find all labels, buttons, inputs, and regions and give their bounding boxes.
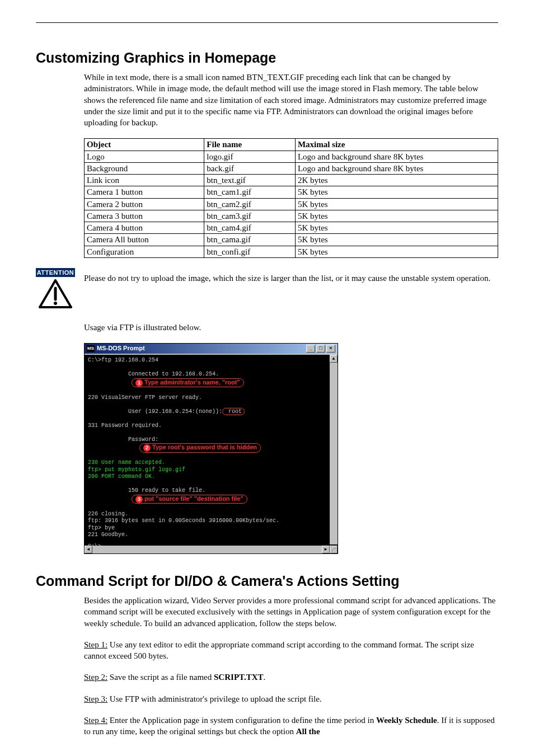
step-label: Step 3: [84, 694, 107, 703]
cell-file: btn_cam1.gif [204, 186, 296, 198]
file-size-table: Object File name Maximal size Logo logo.… [84, 138, 498, 258]
cell-file: btn_confi.gif [204, 246, 296, 257]
cell-max: 5K bytes [295, 198, 498, 210]
cell-max: 5K bytes [295, 246, 498, 257]
th-file: File name [204, 139, 296, 151]
th-object: Object [85, 139, 204, 151]
cell-object: Camera 4 button [85, 222, 204, 234]
attention-label: ATTENTION [36, 268, 75, 277]
step-1: Step 1: Use any text editor to edit the … [84, 639, 498, 662]
script-filename: SCRIPT.TXT [214, 673, 264, 682]
dos-line: 200 PORT command OK. [88, 473, 334, 481]
cell-file: back.gif [204, 162, 296, 174]
cell-max: 2K bytes [295, 175, 498, 186]
dos-system-icon: MS [87, 345, 95, 352]
heading-customizing-graphics: Customizing Graphics in Homepage [36, 50, 498, 66]
svg-point-2 [54, 302, 57, 305]
table-row: Camera All button btn_cama.gif 5K bytes [85, 234, 498, 246]
cell-object: Camera 3 button [85, 210, 204, 222]
annotation-number-icon: 2 [143, 444, 151, 452]
cell-object: Logo [85, 151, 204, 162]
dos-titlebar: MS MS-DOS Prompt _ □ × [85, 344, 338, 354]
heading-command-script: Command Script for DI/DO & Camera's Acti… [36, 573, 498, 589]
cell-object: Background [85, 162, 204, 174]
table-row: Logo logo.gif Logo and background share … [85, 151, 498, 162]
step-label: Step 1: [84, 640, 107, 649]
dos-line: ftp> bye [88, 525, 334, 532]
scroll-right-icon[interactable]: ► [322, 546, 330, 553]
usage-paragraph: Usage via FTP is illustrated below. [84, 322, 498, 333]
step-label: Step 4: [84, 716, 107, 725]
step-3: Step 3: Use FTP with administrator's pri… [84, 693, 498, 705]
dos-line: 150 ready to take file. 3put "source fil… [88, 481, 334, 511]
dos-line: 221 Goodbye. [88, 532, 334, 539]
resize-grip-icon[interactable]: ⋰ [330, 546, 338, 553]
annotation-text: Type root's password that is hidden [152, 444, 257, 450]
cell-max: 5K bytes [295, 234, 498, 246]
all-the-bold: All the [296, 727, 320, 736]
scroll-left-icon[interactable]: ◄ [85, 546, 92, 553]
cell-object: Configuration [85, 246, 204, 257]
dos-terminal-body: C:\>ftp 192.168.0.254 Connected to 192.1… [85, 354, 338, 553]
cell-max: 5K bytes [295, 210, 498, 222]
vertical-scrollbar[interactable]: ▲ [330, 355, 338, 544]
table-row: Camera 2 button btn_cam2.gif 5K bytes [85, 198, 498, 210]
header-rule [36, 22, 498, 23]
intro-paragraph: While in text mode, there is a small ico… [84, 72, 498, 128]
dos-line: User (192.168.0.254:(none)): root [88, 401, 334, 422]
cell-file: logo.gif [204, 151, 296, 162]
cell-file: btn_text.gif [204, 175, 296, 186]
table-row: Background back.gif Logo and background … [85, 162, 498, 174]
cell-file: btn_cama.gif [204, 234, 296, 246]
maximize-button[interactable]: □ [316, 345, 325, 353]
cell-max: 5K bytes [295, 222, 498, 234]
dos-line: 220 VisualServer FTP server ready. [88, 395, 334, 402]
cell-max: Logo and background share 8K bytes [295, 162, 498, 174]
cell-file: btn_cam2.gif [204, 198, 296, 210]
step-2: Step 2: Save the script as a file named … [84, 672, 498, 683]
table-row: Configuration btn_confi.gif 5K bytes [85, 246, 498, 257]
table-row: Camera 1 button btn_cam1.gif 5K bytes [85, 186, 498, 198]
cell-object: Camera 1 button [85, 186, 204, 198]
cell-max: 5K bytes [295, 186, 498, 198]
dos-line: Connected to 192.168.0.254. 1Type admini… [88, 364, 334, 395]
msdos-screenshot: MS MS-DOS Prompt _ □ × C:\>ftp 192.168.0… [84, 343, 498, 554]
annotation-number-icon: 1 [135, 379, 143, 387]
minimize-button[interactable]: _ [306, 345, 315, 353]
table-row: Camera 4 button btn_cam4.gif 5K bytes [85, 222, 498, 234]
scroll-up-icon[interactable]: ▲ [330, 355, 338, 363]
dos-line: 230 User name accepted. [88, 459, 334, 467]
cell-object: Camera 2 button [85, 198, 204, 210]
annotation-text: put "source file" "destination file" [144, 495, 243, 502]
cell-file: btn_cam3.gif [204, 210, 296, 222]
cell-object: Link icon [85, 175, 204, 186]
annotation-number-icon: 3 [135, 496, 143, 503]
attention-icon: ATTENTION [36, 268, 75, 308]
table-header-row: Object File name Maximal size [85, 139, 498, 151]
weekly-schedule-bold: Weekly Schedule [376, 716, 437, 725]
table-row: Link icon btn_text.gif 2K bytes [85, 175, 498, 186]
th-max: Maximal size [295, 139, 498, 151]
command-script-intro: Besides the application wizard, Video Se… [84, 595, 498, 629]
table-row: Camera 3 button btn_cam3.gif 5K bytes [85, 210, 498, 222]
annotation-text: Type adminitrator's name, "root" [144, 379, 240, 386]
cell-file: btn_cam4.gif [204, 222, 296, 234]
dos-line: ftp> put myphoto.gif logo.gif [88, 467, 334, 474]
dos-line: 226 closing. [88, 511, 334, 518]
step-label: Step 2: [84, 673, 107, 682]
horizontal-scrollbar[interactable]: ◄ ► ⋰ [85, 546, 338, 553]
cell-object: Camera All button [85, 234, 204, 246]
dos-line: Password: 2Type root's password that is … [88, 429, 334, 459]
close-button[interactable]: × [326, 345, 335, 353]
cell-max: Logo and background share 8K bytes [295, 151, 498, 162]
dos-line: ftp: 3916 bytes sent in 0.00Seconds 3916… [88, 518, 334, 525]
dos-title: MS-DOS Prompt [97, 345, 145, 353]
attention-text: Please do not try to upload the image, w… [84, 268, 498, 284]
dos-line: 331 Password required. [88, 422, 334, 430]
annotation-oval: root [222, 408, 245, 415]
warning-triangle-icon [39, 279, 72, 308]
step-4: Step 4: Enter the Application page in sy… [84, 715, 498, 738]
dos-line: C:\>ftp 192.168.0.254 [88, 357, 334, 364]
